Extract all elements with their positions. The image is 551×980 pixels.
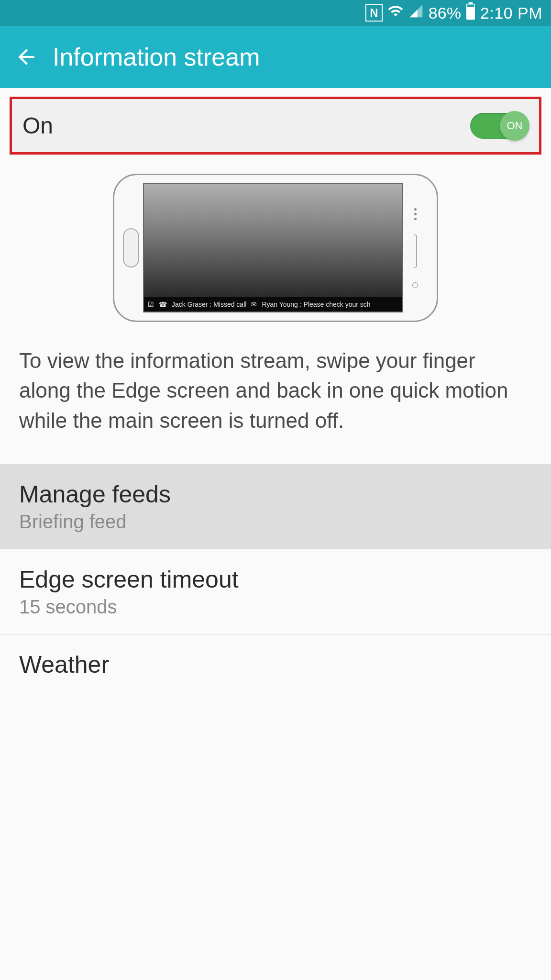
phone-ticker: ☑ ☎ Jack Graser : Missed call ✉ Ryan You…	[144, 297, 402, 312]
svg-rect-1	[468, 2, 473, 5]
status-icons-group: N 86% 2:10 PM	[365, 2, 542, 23]
setting-edge-timeout[interactable]: Edge screen timeout 15 seconds	[0, 549, 551, 635]
setting-subtitle: Briefing feed	[19, 511, 532, 533]
phone-camera-graphic	[412, 282, 418, 288]
battery-percentage: 86%	[429, 4, 461, 22]
phone-right-side	[408, 208, 422, 288]
svg-rect-3	[467, 5, 474, 7]
nfc-icon: N	[365, 4, 383, 22]
app-bar: Information stream	[0, 26, 551, 88]
ticker-item-1: Jack Graser : Missed call	[172, 301, 246, 308]
setting-subtitle: 15 seconds	[19, 596, 532, 618]
wifi-icon	[387, 3, 404, 23]
phone-screen-graphic: ☑ ☎ Jack Graser : Missed call ✉ Ryan You…	[143, 183, 403, 312]
description-text: To view the information stream, swipe yo…	[19, 346, 532, 435]
checkbox-icon: ☑	[148, 301, 154, 308]
toggle-switch[interactable]: ON	[470, 113, 529, 139]
master-toggle-row[interactable]: On ON	[10, 97, 541, 155]
battery-icon	[466, 2, 475, 23]
phone-home-button-graphic	[123, 228, 139, 267]
phone-sensor-dots	[414, 208, 417, 220]
status-bar: N 86% 2:10 PM	[0, 0, 551, 26]
mail-icon: ✉	[251, 301, 257, 308]
page-title: Information stream	[53, 43, 260, 71]
signal-icon	[408, 3, 424, 22]
missed-call-icon: ☎	[159, 301, 167, 308]
phone-illustration: ☑ ☎ Jack Graser : Missed call ✉ Ryan You…	[113, 174, 438, 322]
phone-speaker-graphic	[414, 234, 417, 268]
toggle-knob: ON	[500, 111, 529, 141]
setting-title: Manage feeds	[19, 480, 532, 508]
ticker-item-2: Ryan Young : Please check your sch	[262, 301, 370, 308]
preview-section: ☑ ☎ Jack Graser : Missed call ✉ Ryan You…	[0, 155, 551, 450]
clock-text: 2:10 PM	[480, 4, 542, 22]
setting-manage-feeds[interactable]: Manage feeds Briefing feed	[0, 464, 551, 549]
setting-weather[interactable]: Weather	[0, 635, 551, 695]
settings-list: Manage feeds Briefing feed Edge screen t…	[0, 464, 551, 695]
back-arrow-icon[interactable]	[14, 45, 38, 69]
setting-title: Weather	[19, 651, 532, 679]
toggle-label: On	[22, 112, 53, 139]
setting-title: Edge screen timeout	[19, 566, 532, 593]
